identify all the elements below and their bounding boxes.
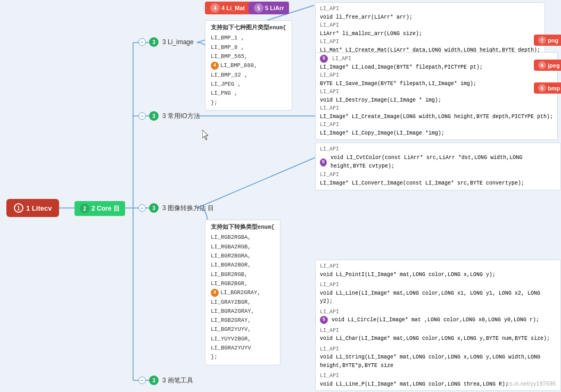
mouse-cursor	[202, 130, 211, 140]
li-image-api-block: 5 LI_API LI_Image* LI_Load_Image(BYTE* f…	[315, 52, 558, 140]
collapse-li-image[interactable]: −	[138, 38, 146, 46]
svg-line-10	[197, 157, 317, 208]
svg-marker-14	[202, 130, 208, 140]
draw-badge: 3	[149, 376, 159, 385]
core-node[interactable]: 2 2 Core 目	[75, 201, 125, 216]
li-mat-tag[interactable]: 4 4 Li_Mat	[205, 2, 250, 14]
io-badge: 3	[149, 111, 159, 121]
image-types-enum: 支持如下七种图片类型enum{ LI_BMP_1 , LI_BMP_8 , LI…	[205, 20, 292, 111]
convert-badge: 3	[149, 203, 159, 213]
io-methods-section[interactable]: − 3 3 常用IO方法	[138, 111, 200, 121]
collapse-convert[interactable]: −	[138, 204, 146, 212]
litecv-badge: 1	[14, 203, 23, 213]
collapse-draw[interactable]: −	[138, 377, 146, 384]
image-convert-section[interactable]: − 3 3 图像转换方法 目	[138, 203, 214, 213]
jpeg-tag[interactable]: 6 jpeg	[534, 60, 561, 71]
li-image-badge: 3	[149, 37, 159, 47]
png-tag[interactable]: 7 png	[534, 35, 561, 46]
core-badge: 2	[80, 204, 89, 213]
li-arr-tag[interactable]: 5 5 LiArr	[249, 2, 289, 14]
draw-tools-section[interactable]: − 3 3 画笔工具	[138, 376, 193, 385]
li-image-section[interactable]: − 3 3 Li_image	[138, 37, 194, 47]
canvas: 1 1 Litecv 2 2 Core 目 − 3 3 Li_image 支持如…	[0, 0, 561, 392]
convert-api-block: LI_API 5 void LI_CvtColor(const LiArr* s…	[315, 143, 561, 190]
convert-types-enum: 支持如下转换类型enum{ LI_RGB2RGBA, LI_RGBA2RGB, …	[205, 220, 280, 365]
bmp-tag[interactable]: 6 bmp	[534, 82, 561, 94]
collapse-io[interactable]: −	[138, 112, 146, 120]
litecv-node[interactable]: 1 1 Litecv	[6, 199, 59, 217]
watermark: cs.in.net/yy197696	[507, 380, 556, 387]
draw-api-block: LI_API void Li_PointI(LI_Image* mat,LONG…	[315, 260, 561, 391]
